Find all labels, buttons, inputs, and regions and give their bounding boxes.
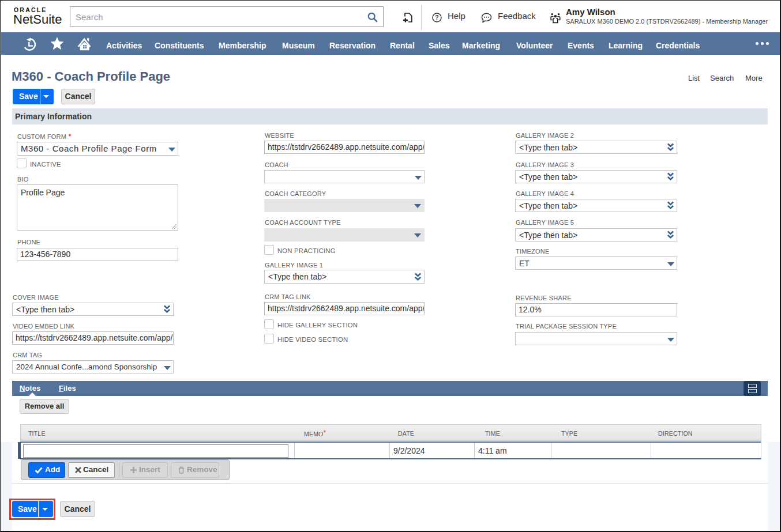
svg-text:?: ?: [435, 14, 438, 21]
